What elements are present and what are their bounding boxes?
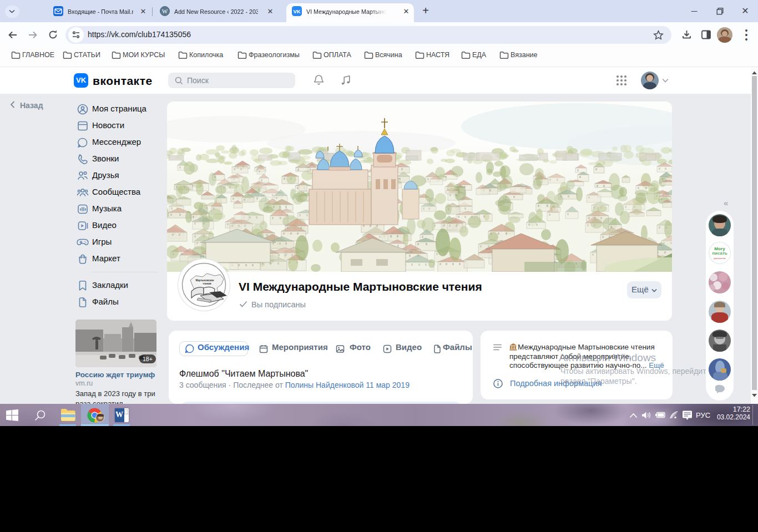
svg-text:чтения: чтения	[203, 282, 211, 285]
svg-text:VK: VK	[293, 8, 300, 14]
svg-text:W: W	[162, 8, 168, 14]
svg-text:Мартыновские: Мартыновские	[195, 279, 214, 282]
